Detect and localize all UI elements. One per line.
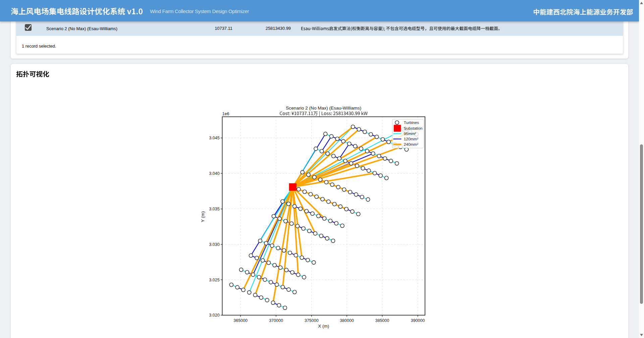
svg-text:Y (m): Y (m) [200,211,205,222]
svg-text:120mm²: 120mm² [404,137,418,141]
svg-text:3.020: 3.020 [209,313,219,318]
svg-text:3.045: 3.045 [209,136,219,140]
svg-text:1e6: 1e6 [222,112,229,116]
svg-text:385000: 385000 [375,318,389,323]
svg-text:3.025: 3.025 [209,278,219,282]
svg-text:3.040: 3.040 [209,171,219,176]
svg-text:Turbines: Turbines [404,120,419,125]
svg-text:365000: 365000 [233,318,248,323]
svg-text:X (m): X (m) [318,324,329,329]
svg-text:Substation: Substation [404,126,423,131]
svg-text:380000: 380000 [340,318,354,323]
svg-text:3.030: 3.030 [209,242,219,247]
svg-text:3.035: 3.035 [209,207,219,211]
svg-text:95mm²: 95mm² [404,131,416,136]
svg-text:375000: 375000 [305,318,319,323]
svg-text:Scenario 2 (No Max) (Esau-Will: Scenario 2 (No Max) (Esau-Williams) [286,106,361,111]
svg-text:240mm²: 240mm² [404,142,418,147]
svg-text:370000: 370000 [269,318,283,323]
svg-text:390000: 390000 [411,318,425,323]
